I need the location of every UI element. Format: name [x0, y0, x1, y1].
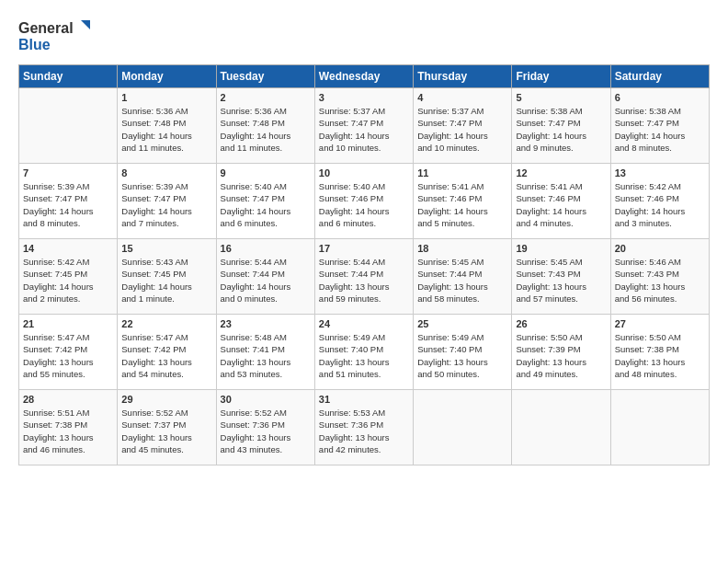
- cell-info: Sunrise: 5:36 AM Sunset: 7:48 PM Dayligh…: [221, 105, 311, 154]
- calendar-cell: 10Sunrise: 5:40 AM Sunset: 7:46 PM Dayli…: [314, 164, 413, 239]
- day-number: 14: [23, 243, 113, 254]
- calendar-cell: 21Sunrise: 5:47 AM Sunset: 7:42 PM Dayli…: [19, 315, 118, 390]
- calendar-cell: 16Sunrise: 5:44 AM Sunset: 7:44 PM Dayli…: [216, 239, 314, 315]
- cell-info: Sunrise: 5:38 AM Sunset: 7:47 PM Dayligh…: [615, 105, 705, 154]
- calendar-cell: [19, 88, 118, 164]
- cell-info: Sunrise: 5:52 AM Sunset: 7:37 PM Dayligh…: [121, 407, 211, 455]
- col-header-wednesday: Wednesday: [314, 65, 413, 88]
- day-number: 17: [319, 243, 409, 254]
- logo: General Blue: [18, 17, 101, 59]
- calendar-cell: [610, 390, 709, 465]
- calendar-cell: 15Sunrise: 5:43 AM Sunset: 7:45 PM Dayli…: [118, 239, 216, 315]
- cell-info: Sunrise: 5:44 AM Sunset: 7:44 PM Dayligh…: [221, 256, 311, 304]
- calendar-cell: 29Sunrise: 5:52 AM Sunset: 7:37 PM Dayli…: [118, 390, 216, 465]
- header: General Blue: [18, 17, 710, 59]
- cell-info: Sunrise: 5:42 AM Sunset: 7:45 PM Dayligh…: [23, 256, 113, 304]
- cell-info: Sunrise: 5:46 AM Sunset: 7:43 PM Dayligh…: [615, 256, 705, 304]
- calendar-cell: 30Sunrise: 5:52 AM Sunset: 7:36 PM Dayli…: [216, 390, 314, 465]
- calendar-cell: 19Sunrise: 5:45 AM Sunset: 7:43 PM Dayli…: [512, 239, 610, 315]
- day-number: 24: [319, 318, 409, 329]
- calendar-cell: 14Sunrise: 5:42 AM Sunset: 7:45 PM Dayli…: [19, 239, 118, 315]
- cell-info: Sunrise: 5:41 AM Sunset: 7:46 PM Dayligh…: [516, 180, 606, 229]
- calendar-cell: [414, 390, 512, 465]
- calendar-cell: 23Sunrise: 5:48 AM Sunset: 7:41 PM Dayli…: [216, 315, 314, 390]
- day-number: 16: [221, 243, 311, 254]
- calendar-cell: 25Sunrise: 5:49 AM Sunset: 7:40 PM Dayli…: [414, 315, 512, 390]
- calendar-cell: 1Sunrise: 5:36 AM Sunset: 7:48 PM Daylig…: [118, 88, 216, 164]
- day-number: 18: [417, 243, 507, 254]
- calendar-cell: 31Sunrise: 5:53 AM Sunset: 7:36 PM Dayli…: [314, 390, 413, 465]
- calendar-table: SundayMondayTuesdayWednesdayThursdayFrid…: [18, 64, 710, 465]
- day-number: 20: [615, 243, 705, 254]
- calendar-cell: 18Sunrise: 5:45 AM Sunset: 7:44 PM Dayli…: [414, 239, 512, 315]
- day-number: 10: [319, 167, 409, 178]
- cell-info: Sunrise: 5:42 AM Sunset: 7:46 PM Dayligh…: [615, 180, 705, 229]
- day-number: 21: [23, 318, 113, 329]
- cell-info: Sunrise: 5:47 AM Sunset: 7:42 PM Dayligh…: [23, 331, 113, 380]
- day-number: 3: [319, 92, 409, 103]
- header-row: SundayMondayTuesdayWednesdayThursdayFrid…: [19, 65, 710, 88]
- calendar-cell: 20Sunrise: 5:46 AM Sunset: 7:43 PM Dayli…: [610, 239, 709, 315]
- day-number: 30: [221, 394, 311, 405]
- day-number: 8: [121, 167, 211, 178]
- day-number: 19: [516, 243, 606, 254]
- day-number: 23: [221, 318, 311, 329]
- col-header-thursday: Thursday: [414, 65, 512, 88]
- cell-info: Sunrise: 5:36 AM Sunset: 7:48 PM Dayligh…: [121, 105, 211, 154]
- day-number: 28: [23, 394, 113, 405]
- day-number: 26: [516, 318, 606, 329]
- cell-info: Sunrise: 5:37 AM Sunset: 7:47 PM Dayligh…: [417, 105, 507, 154]
- day-number: 25: [417, 318, 507, 329]
- col-header-saturday: Saturday: [610, 65, 709, 88]
- day-number: 2: [221, 92, 311, 103]
- week-row-4: 21Sunrise: 5:47 AM Sunset: 7:42 PM Dayli…: [19, 315, 710, 390]
- cell-info: Sunrise: 5:44 AM Sunset: 7:44 PM Dayligh…: [319, 256, 409, 304]
- cell-info: Sunrise: 5:38 AM Sunset: 7:47 PM Dayligh…: [516, 105, 606, 154]
- calendar-cell: 6Sunrise: 5:38 AM Sunset: 7:47 PM Daylig…: [610, 88, 709, 164]
- calendar-cell: 11Sunrise: 5:41 AM Sunset: 7:46 PM Dayli…: [414, 164, 512, 239]
- col-header-tuesday: Tuesday: [216, 65, 314, 88]
- day-number: 1: [121, 92, 211, 103]
- cell-info: Sunrise: 5:47 AM Sunset: 7:42 PM Dayligh…: [121, 331, 211, 380]
- cell-info: Sunrise: 5:37 AM Sunset: 7:47 PM Dayligh…: [319, 105, 409, 154]
- day-number: 6: [615, 92, 705, 103]
- col-header-sunday: Sunday: [19, 65, 118, 88]
- page-container: General Blue SundayMondayTuesdayWednesda…: [0, 0, 728, 475]
- cell-info: Sunrise: 5:48 AM Sunset: 7:41 PM Dayligh…: [221, 331, 311, 380]
- cell-info: Sunrise: 5:45 AM Sunset: 7:43 PM Dayligh…: [516, 256, 606, 304]
- day-number: 13: [615, 167, 705, 178]
- calendar-cell: 28Sunrise: 5:51 AM Sunset: 7:38 PM Dayli…: [19, 390, 118, 465]
- calendar-cell: 8Sunrise: 5:39 AM Sunset: 7:47 PM Daylig…: [118, 164, 216, 239]
- calendar-cell: 12Sunrise: 5:41 AM Sunset: 7:46 PM Dayli…: [512, 164, 610, 239]
- week-row-3: 14Sunrise: 5:42 AM Sunset: 7:45 PM Dayli…: [19, 239, 710, 315]
- calendar-cell: 4Sunrise: 5:37 AM Sunset: 7:47 PM Daylig…: [414, 88, 512, 164]
- calendar-cell: [512, 390, 610, 465]
- calendar-cell: 7Sunrise: 5:39 AM Sunset: 7:47 PM Daylig…: [19, 164, 118, 239]
- cell-info: Sunrise: 5:49 AM Sunset: 7:40 PM Dayligh…: [319, 331, 409, 380]
- logo-block: General Blue: [18, 17, 101, 59]
- cell-info: Sunrise: 5:50 AM Sunset: 7:38 PM Dayligh…: [615, 331, 705, 380]
- calendar-cell: 27Sunrise: 5:50 AM Sunset: 7:38 PM Dayli…: [610, 315, 709, 390]
- calendar-cell: 26Sunrise: 5:50 AM Sunset: 7:39 PM Dayli…: [512, 315, 610, 390]
- day-number: 4: [417, 92, 507, 103]
- day-number: 5: [516, 92, 606, 103]
- cell-info: Sunrise: 5:52 AM Sunset: 7:36 PM Dayligh…: [221, 407, 311, 455]
- week-row-2: 7Sunrise: 5:39 AM Sunset: 7:47 PM Daylig…: [19, 164, 710, 239]
- cell-info: Sunrise: 5:51 AM Sunset: 7:38 PM Dayligh…: [23, 407, 113, 455]
- calendar-cell: 2Sunrise: 5:36 AM Sunset: 7:48 PM Daylig…: [216, 88, 314, 164]
- cell-info: Sunrise: 5:39 AM Sunset: 7:47 PM Dayligh…: [121, 180, 211, 229]
- cell-info: Sunrise: 5:53 AM Sunset: 7:36 PM Dayligh…: [319, 407, 409, 455]
- day-number: 11: [417, 167, 507, 178]
- calendar-cell: 5Sunrise: 5:38 AM Sunset: 7:47 PM Daylig…: [512, 88, 610, 164]
- day-number: 27: [615, 318, 705, 329]
- week-row-5: 28Sunrise: 5:51 AM Sunset: 7:38 PM Dayli…: [19, 390, 710, 465]
- cell-info: Sunrise: 5:43 AM Sunset: 7:45 PM Dayligh…: [121, 256, 211, 304]
- calendar-cell: 22Sunrise: 5:47 AM Sunset: 7:42 PM Dayli…: [118, 315, 216, 390]
- day-number: 15: [121, 243, 211, 254]
- col-header-monday: Monday: [118, 65, 216, 88]
- svg-text:Blue: Blue: [18, 37, 51, 52]
- svg-text:General: General: [18, 20, 74, 36]
- cell-info: Sunrise: 5:40 AM Sunset: 7:47 PM Dayligh…: [221, 180, 311, 229]
- day-number: 7: [23, 167, 113, 178]
- cell-info: Sunrise: 5:45 AM Sunset: 7:44 PM Dayligh…: [417, 256, 507, 304]
